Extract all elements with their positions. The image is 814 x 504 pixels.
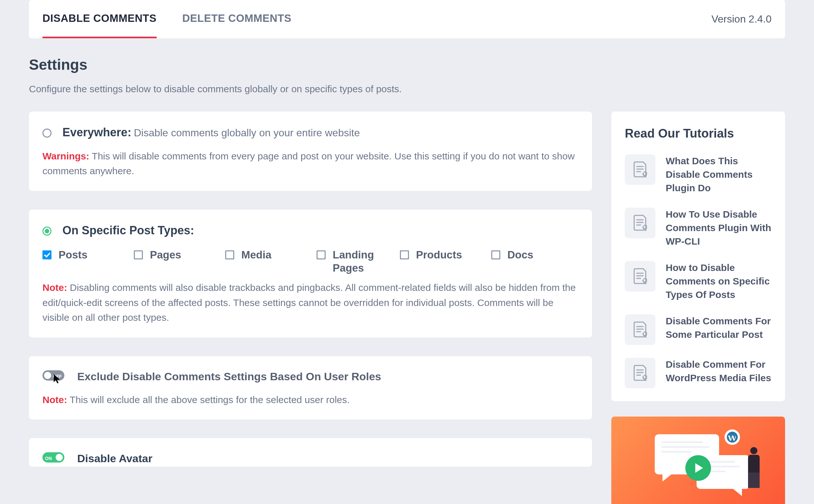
tutorial-label-4: Disable Comment For WordPress Media File… — [666, 358, 772, 385]
document-icon — [625, 208, 656, 238]
checkbox-label-docs: Docs — [507, 248, 533, 261]
promo-video[interactable]: WPDEVELOPER — [611, 417, 785, 504]
tutorial-label-3: Disable Comments For Some Particular Pos… — [666, 314, 772, 341]
toggle-disable-avatar[interactable]: ON — [42, 452, 64, 463]
checkbox-box-media[interactable] — [225, 250, 234, 259]
cursor-icon — [53, 374, 60, 384]
play-button[interactable] — [685, 455, 711, 481]
everywhere-title: Everywhere: — [62, 126, 131, 139]
sidebar-column: Read Our Tutorials What Does This Disabl… — [611, 112, 785, 504]
radio-everywhere[interactable] — [42, 129, 51, 138]
avatar-title: Disable Avatar — [77, 450, 152, 467]
tutorial-label-1: How To Use Disable Comments Plugin With … — [666, 208, 772, 248]
checkbox-box-pages[interactable] — [134, 250, 143, 259]
tutorial-item-2[interactable]: How to Disable Comments on Specific Type… — [625, 261, 772, 301]
tutorial-label-0: What Does This Disable Comments Plugin D… — [666, 154, 772, 195]
checkbox-box-products[interactable] — [400, 250, 409, 259]
avatar-card: ON Disable Avatar — [29, 438, 592, 467]
warnings-label: Warnings: — [42, 151, 89, 161]
everywhere-card: Everywhere: Disable comments globally on… — [29, 112, 592, 191]
tab-delete-comments[interactable]: DELETE COMMENTS — [182, 0, 292, 38]
toggle-avatar-state: ON — [45, 455, 52, 462]
person-icon — [745, 447, 763, 489]
checkbox-docs[interactable]: Docs — [491, 248, 575, 275]
document-icon — [625, 261, 656, 292]
everywhere-desc-text: Disable comments globally on your entire… — [134, 127, 360, 139]
checkbox-label-landing-pages: Landing Pages — [333, 248, 392, 275]
page-title: Settings — [29, 54, 785, 76]
checkbox-label-products: Products — [416, 248, 462, 261]
checkbox-box-landing-pages[interactable] — [317, 250, 326, 259]
exclude-note-text: This will exclude all the above settings… — [69, 394, 349, 405]
wordpress-icon — [725, 429, 740, 445]
tutorial-item-4[interactable]: Disable Comment For WordPress Media File… — [625, 358, 772, 388]
exclude-card: OFF Exclude Disable Comments Settings Ba… — [29, 356, 592, 420]
checkbox-products[interactable]: Products — [400, 248, 484, 275]
tutorial-item-0[interactable]: What Does This Disable Comments Plugin D… — [625, 154, 772, 195]
radio-specific[interactable] — [42, 227, 51, 236]
exclude-title: Exclude Disable Comments Settings Based … — [77, 368, 381, 385]
checkbox-media[interactable]: Media — [225, 248, 309, 275]
toggle-exclude-user-roles[interactable]: OFF — [42, 370, 64, 381]
checkbox-box-docs[interactable] — [491, 250, 500, 259]
warnings-text: This will disable comments from every pa… — [42, 151, 574, 176]
specific-note-text: Disabling comments will also disable tra… — [42, 282, 575, 323]
tutorials-card: Read Our Tutorials What Does This Disabl… — [611, 112, 785, 401]
specific-note-label: Note: — [42, 282, 67, 293]
main-column: Everywhere: Disable comments globally on… — [29, 112, 592, 504]
document-icon — [625, 314, 656, 345]
checkbox-label-pages: Pages — [150, 248, 181, 261]
exclude-note-label: Note: — [42, 394, 67, 405]
checkbox-posts[interactable]: Posts — [42, 248, 126, 275]
checkbox-label-media: Media — [241, 248, 272, 261]
document-icon — [625, 154, 656, 185]
page-subtitle: Configure the settings below to disable … — [29, 82, 785, 96]
tutorial-label-2: How to Disable Comments on Specific Type… — [666, 261, 772, 301]
tab-disable-comments[interactable]: DISABLE COMMENTS — [42, 0, 157, 38]
document-icon — [625, 358, 656, 388]
checkbox-label-posts: Posts — [59, 248, 87, 261]
tutorial-item-1[interactable]: How To Use Disable Comments Plugin With … — [625, 208, 772, 248]
tutorial-item-3[interactable]: Disable Comments For Some Particular Pos… — [625, 314, 772, 345]
version-label: Version 2.4.0 — [711, 1, 772, 37]
tabs-panel: DISABLE COMMENTS DELETE COMMENTS Version… — [29, 0, 785, 38]
specific-card: On Specific Post Types: Posts Pages Medi… — [29, 210, 592, 337]
checkbox-pages[interactable]: Pages — [134, 248, 218, 275]
specific-title: On Specific Post Types: — [62, 222, 194, 239]
checkbox-landing-pages[interactable]: Landing Pages — [317, 248, 392, 275]
tutorials-title: Read Our Tutorials — [625, 124, 772, 143]
checkbox-box-posts[interactable] — [42, 250, 51, 259]
